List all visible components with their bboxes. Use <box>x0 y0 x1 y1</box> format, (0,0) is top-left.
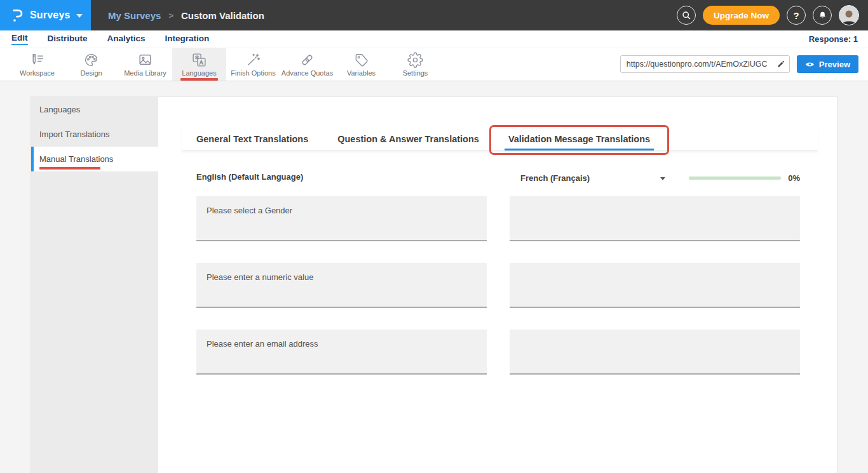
tab-validation-message-translations[interactable]: Validation Message Translations <box>494 128 665 150</box>
workspace-icon <box>29 52 45 68</box>
survey-url-field <box>620 55 790 73</box>
target-input-gender[interactable] <box>510 196 800 241</box>
design-icon <box>83 52 99 68</box>
product-name: Surveys <box>30 10 71 21</box>
toolbar-item-variables[interactable]: Variables <box>334 48 388 81</box>
settings-icon <box>407 52 423 68</box>
manual-translations-panel: General Text Translations Question & Ans… <box>158 97 837 473</box>
annotation-underline-languages <box>180 78 218 81</box>
content-area: Languages Import Translations Manual Tra… <box>0 81 868 473</box>
sidebar-item-import-translations[interactable]: Import Translations <box>31 122 158 147</box>
toolbar-item-media-library[interactable]: Media Library <box>118 48 172 81</box>
nav-tab-edit[interactable]: Edit <box>11 33 28 45</box>
tab-label: Question & Answer Translations <box>337 134 479 144</box>
language-header-row: English (Default Language) French (Franç… <box>196 172 800 183</box>
variables-icon <box>353 52 369 68</box>
questionpro-logo-icon <box>11 8 24 23</box>
tab-question-answer-translations[interactable]: Question & Answer Translations <box>323 128 494 150</box>
translation-rows: Please select a Gender Please enter a nu… <box>196 196 800 396</box>
source-text-numeric: Please enter a numeric value <box>196 263 487 308</box>
header-actions: Upgrade Now ? <box>677 0 859 30</box>
translations-card: Languages Import Translations Manual Tra… <box>31 97 837 473</box>
target-input-email[interactable] <box>510 330 800 375</box>
toolbar-label: Media Library <box>124 69 166 77</box>
avatar[interactable] <box>839 5 859 25</box>
toolbar-item-settings[interactable]: Settings <box>388 48 442 81</box>
breadcrumb-current: Custom Validation <box>181 10 264 21</box>
nav-tab-integration[interactable]: Integration <box>165 34 210 44</box>
edit-url-button[interactable] <box>773 56 789 72</box>
survey-url-input[interactable] <box>621 60 773 69</box>
eye-icon <box>805 61 815 68</box>
toolbar-item-workspace[interactable]: Workspace <box>10 48 64 81</box>
target-language-select[interactable]: French (Français) <box>520 173 590 183</box>
toolbar-label: Workspace <box>20 69 55 77</box>
translation-row: Please enter an email address <box>196 330 800 396</box>
question-mark-icon: ? <box>793 10 799 21</box>
nav-tab-analytics[interactable]: Analytics <box>107 34 146 44</box>
toolbar-label: Design <box>80 69 102 77</box>
help-button[interactable]: ? <box>787 6 806 25</box>
toolbar-label: Advance Quotas <box>281 69 333 77</box>
top-header: Surveys My Surveys > Custom Validation U… <box>0 0 868 30</box>
sidebar-item-manual-translations[interactable]: Manual Translations <box>31 147 158 171</box>
source-text-gender: Please select a Gender <box>196 196 487 241</box>
annotation-underline-manual-translations <box>39 167 100 170</box>
target-input-numeric[interactable] <box>510 263 800 308</box>
active-tab-underline <box>505 149 654 150</box>
finish-options-icon <box>245 52 261 68</box>
tab-label: Validation Message Translations <box>508 134 650 144</box>
toolbar-item-design[interactable]: Design <box>64 48 118 81</box>
search-button[interactable] <box>677 6 696 25</box>
advance-quotas-icon <box>299 52 315 68</box>
questionpro-app: Surveys My Surveys > Custom Validation U… <box>0 0 868 473</box>
toolbar-label: Variables <box>347 69 376 77</box>
upgrade-now-button[interactable]: Upgrade Now <box>703 6 780 25</box>
user-photo-icon <box>840 8 858 25</box>
translation-tabs: General Text Translations Question & Ans… <box>182 128 818 151</box>
translation-progress-bar <box>689 177 781 180</box>
tab-general-text-translations[interactable]: General Text Translations <box>182 128 323 150</box>
preview-label: Preview <box>819 60 850 69</box>
survey-nav: Edit Distribute Analytics Integration Re… <box>0 30 868 48</box>
response-count[interactable]: Response: 1 <box>809 34 858 44</box>
tab-label: General Text Translations <box>196 134 308 144</box>
chevron-down-icon <box>76 14 83 18</box>
toolbar-item-languages[interactable]: Languages <box>172 48 226 81</box>
breadcrumb: My Surveys > Custom Validation <box>108 10 264 21</box>
chevron-down-icon[interactable] <box>660 177 665 180</box>
survey-url-group: Preview <box>620 55 858 73</box>
nav-tab-distribute[interactable]: Distribute <box>48 34 88 44</box>
toolbar-item-finish-options[interactable]: Finish Options <box>226 48 280 81</box>
breadcrumb-my-surveys[interactable]: My Surveys <box>108 10 161 21</box>
sidebar-item-label: Manual Translations <box>39 154 113 164</box>
product-switcher[interactable]: Surveys <box>0 0 91 30</box>
preview-button[interactable]: Preview <box>797 55 858 73</box>
notifications-button[interactable] <box>813 6 832 25</box>
translation-row: Please select a Gender <box>196 196 800 263</box>
media-library-icon <box>137 52 153 68</box>
source-text-email: Please enter an email address <box>196 330 487 375</box>
translation-progress-percent: 0% <box>788 173 800 183</box>
search-icon <box>681 10 691 20</box>
pencil-icon <box>776 60 785 69</box>
breadcrumb-separator-icon: > <box>168 11 173 20</box>
toolbar-label: Finish Options <box>231 69 275 77</box>
translations-sidebar: Languages Import Translations Manual Tra… <box>31 97 158 473</box>
toolbar-label: Settings <box>403 69 428 77</box>
edit-toolbar: Workspace Design Media Library <box>0 48 868 81</box>
source-language-label: English (Default Language) <box>196 172 303 182</box>
bell-icon <box>818 10 827 20</box>
languages-icon <box>191 52 207 68</box>
toolbar-item-advance-quotas[interactable]: Advance Quotas <box>280 48 334 81</box>
toolbar-label: Languages <box>182 69 216 77</box>
sidebar-item-languages[interactable]: Languages <box>31 97 158 122</box>
translation-row: Please enter a numeric value <box>196 263 800 330</box>
